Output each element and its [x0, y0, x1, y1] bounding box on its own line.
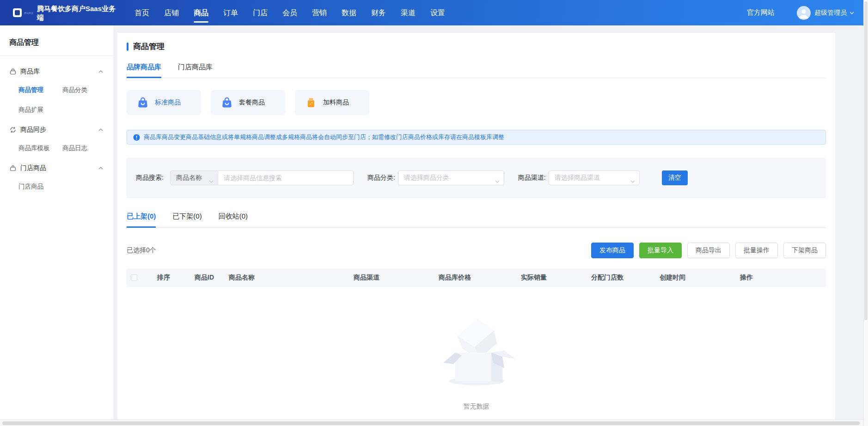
sidebar-group-label: 门店商品 [20, 164, 46, 172]
orange-jar-icon [305, 97, 317, 109]
category-select[interactable]: 请选择商品分类 [398, 170, 504, 185]
blue-bag-icon [221, 97, 233, 109]
column-header-sales: 实际销量 [521, 274, 591, 282]
page-title: 商品管理 [127, 41, 826, 52]
chevron-up-icon[interactable] [98, 70, 103, 73]
channel-select[interactable]: 请选择商品渠道 [549, 170, 640, 185]
sidebar-group-label: 商品同步 [20, 126, 46, 134]
tab-off-shelf[interactable]: 已下架(0) [172, 212, 202, 228]
store-bag-icon [9, 164, 17, 172]
nav-item-home[interactable]: 首页 [134, 1, 149, 24]
selected-count-text: 已选择0个 [127, 246, 156, 255]
publish-product-button[interactable]: 发布商品 [591, 243, 634, 258]
batch-import-button[interactable]: 批量导入 [639, 243, 682, 258]
empty-box-illustration [433, 313, 520, 387]
title-accent-bar [127, 43, 128, 51]
product-type-buttons: 标准商品 套餐商品 加料商品 [127, 90, 826, 115]
chevron-down-icon[interactable] [850, 12, 854, 14]
sidebar-title: 商品管理 [0, 25, 113, 56]
export-product-button[interactable]: 商品导出 [687, 243, 730, 258]
tab-store-library[interactable]: 门店商品库 [178, 63, 213, 78]
standard-product-button[interactable]: 标准商品 [127, 90, 201, 115]
library-tabs: 品牌商品库 门店商品库 [127, 63, 826, 78]
nav-item-order[interactable]: 订单 [223, 1, 238, 24]
sidebar-item-product-category[interactable]: 商品分类 [62, 86, 113, 94]
column-header-channel: 商品渠道 [354, 274, 439, 282]
column-header-sort: 排序 [157, 274, 195, 282]
column-header-price: 商品库价格 [439, 274, 521, 282]
search-field-value: 商品名称 [176, 174, 202, 182]
tab-recycle-bin[interactable]: 回收站(0) [219, 212, 248, 228]
official-site-link[interactable]: 官方网站 [747, 8, 775, 17]
avatar-person-icon [797, 6, 811, 20]
status-tabs: 已上架(0) 已下架(0) 回收站(0) [127, 212, 826, 228]
channel-placeholder: 请选择商品渠道 [555, 174, 600, 182]
search-field-select[interactable]: 商品名称 [170, 170, 218, 185]
select-all-checkbox[interactable] [131, 274, 137, 281]
combo-product-button[interactable]: 套餐商品 [211, 90, 285, 115]
sidebar-sublist: 商品管理 商品分类 商品扩展 [18, 86, 113, 114]
sidebar-item-library-template[interactable]: 商品库模板 [18, 144, 62, 152]
blue-bag-icon [137, 97, 149, 109]
logo-subtext: 腾马科技 TENGMA [24, 12, 34, 14]
column-header-operation: 操作 [740, 274, 826, 282]
main-nav: 首页 店铺 商品 订单 门店 会员 营销 数据 财务 渠道 设置 [134, 1, 445, 24]
info-banner-text: 商品库商品变更商品基础信息或将单规格商品调整成多规格商品将会自动同步至门店；如需… [144, 133, 504, 141]
app-logo-icon [13, 8, 22, 17]
search-label: 商品搜索: [136, 174, 164, 182]
header-checkbox-cell [127, 274, 157, 281]
tab-on-shelf[interactable]: 已上架(0) [127, 212, 156, 228]
topping-product-button[interactable]: 加料商品 [295, 90, 369, 115]
type-button-label: 加料商品 [323, 98, 349, 107]
vertical-scrollbar[interactable] [863, 0, 868, 426]
column-header-stores: 分配门店数 [591, 274, 660, 282]
user-avatar[interactable] [797, 6, 811, 20]
sidebar-item-product-log[interactable]: 商品日志 [62, 144, 113, 152]
sidebar-group-product-library[interactable]: 商品库 [9, 67, 103, 76]
tab-brand-library[interactable]: 品牌商品库 [127, 63, 161, 78]
nav-item-settings[interactable]: 设置 [430, 1, 445, 24]
empty-text: 暂无数据 [464, 402, 489, 411]
nav-item-product[interactable]: 商品 [194, 1, 208, 24]
sidebar-sublist: 商品库模板 商品日志 [18, 144, 113, 152]
action-row: 已选择0个 发布商品 批量导入 商品导出 批量操作 下架商品 [127, 243, 826, 258]
off-shelf-button[interactable]: 下架商品 [783, 243, 826, 258]
chevron-down-icon [630, 177, 635, 184]
info-icon [133, 134, 140, 141]
vertical-scrollbar-thumb[interactable] [864, 1, 868, 320]
category-placeholder: 请选择商品分类 [404, 174, 449, 182]
brand: 腾马科技 TENGMA 腾马餐饮多商户Saas业务端 [13, 4, 119, 22]
sidebar-group-store-product[interactable]: 门店商品 [9, 164, 103, 173]
sidebar-group-product-sync[interactable]: 商品同步 [9, 125, 103, 134]
main-content-card: 商品管理 品牌商品库 门店商品库 标准商品 [117, 33, 835, 426]
nav-item-member[interactable]: 会员 [282, 1, 297, 24]
sidebar-item-product-extend[interactable]: 商品扩展 [18, 106, 62, 114]
sidebar-group-label: 商品库 [20, 67, 40, 76]
nav-item-channel[interactable]: 渠道 [401, 1, 416, 24]
chevron-down-icon [209, 177, 214, 184]
user-name[interactable]: 超级管理员 [814, 9, 847, 17]
search-input[interactable] [218, 170, 354, 185]
sidebar-item-product-manage[interactable]: 商品管理 [18, 86, 62, 94]
nav-item-shop[interactable]: 店铺 [164, 1, 179, 24]
batch-operate-button[interactable]: 批量操作 [735, 243, 778, 258]
sidebar-item-store-product[interactable]: 门店商品 [18, 183, 62, 191]
clear-button[interactable]: 清空 [662, 170, 688, 185]
category-label: 商品分类: [367, 174, 395, 182]
horizontal-scrollbar[interactable] [0, 420, 868, 426]
nav-item-finance[interactable]: 财务 [371, 1, 386, 24]
app-title: 腾马餐饮多商户Saas业务端 [37, 4, 119, 22]
page-title-text: 商品管理 [133, 41, 165, 52]
horizontal-scrollbar-thumb[interactable] [2, 421, 860, 425]
chevron-up-icon[interactable] [98, 167, 103, 170]
nav-item-data[interactable]: 数据 [342, 1, 356, 24]
nav-item-marketing[interactable]: 营销 [312, 1, 327, 24]
chevron-up-icon[interactable] [98, 128, 103, 131]
bag-icon [9, 68, 17, 75]
empty-state: 暂无数据 [127, 313, 826, 411]
search-panel: 商品搜索: 商品名称 商品分类: 请选择商品分类 商品渠道: 请选择商品渠道 清… [127, 158, 826, 198]
sidebar: 商品管理 商品库 商品管理 商品分类 商品扩展 商品同步 [0, 25, 113, 426]
sync-icon [9, 126, 17, 134]
nav-item-store[interactable]: 门店 [253, 1, 268, 24]
info-banner: 商品库商品变更商品基础信息或将单规格商品调整成多规格商品将会自动同步至门店；如需… [127, 130, 826, 145]
